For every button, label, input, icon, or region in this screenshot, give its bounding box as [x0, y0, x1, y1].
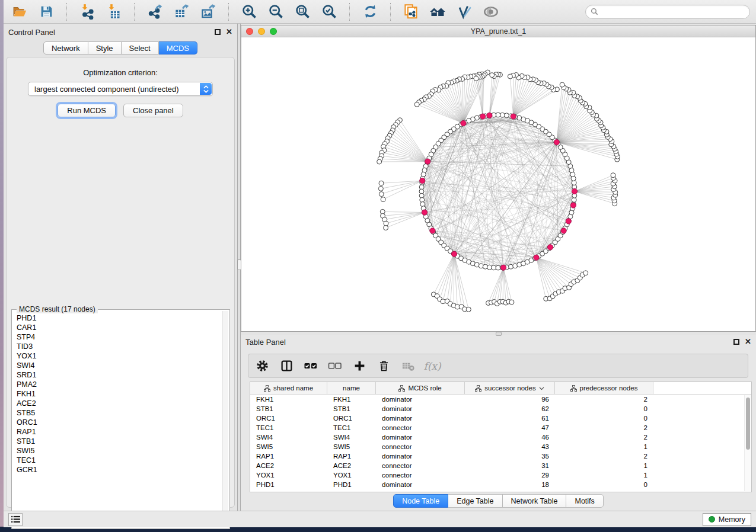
mcds-result-item[interactable]: SWI4	[17, 361, 222, 370]
zoom-out-icon[interactable]	[267, 3, 285, 21]
network-node[interactable]	[384, 221, 388, 226]
network-node[interactable]	[381, 197, 385, 202]
open-session-icon[interactable]	[11, 3, 28, 21]
cell-shared-name[interactable]: FKH1	[250, 396, 327, 403]
mcds-node[interactable]	[500, 265, 506, 270]
cell-shared-name[interactable]: RAP1	[250, 453, 327, 460]
table-scrollbar[interactable]	[744, 395, 751, 491]
mcds-result-item[interactable]: PMA2	[17, 380, 222, 389]
table-row[interactable]: ACE2ACE2connector311	[250, 461, 751, 470]
save-session-icon[interactable]	[37, 3, 55, 21]
cell-MCDS-role[interactable]: connector	[376, 472, 465, 479]
mcds-node[interactable]	[461, 120, 466, 126]
mcds-node[interactable]	[480, 114, 486, 119]
network-node[interactable]	[479, 264, 483, 268]
cell-shared-name[interactable]: SWI4	[250, 434, 327, 441]
export-image-icon[interactable]	[199, 3, 217, 21]
clone-network-icon[interactable]	[402, 3, 420, 21]
mcds-result-item[interactable]: PHD1	[17, 313, 222, 323]
tab-node-table[interactable]: Node Table	[393, 494, 448, 508]
cell-predecessor-nodes[interactable]: 2	[555, 434, 653, 441]
apply-layout-icon[interactable]	[361, 3, 379, 21]
table-row[interactable]: SWI4SWI4dominator462	[250, 432, 751, 442]
mcds-node[interactable]	[570, 203, 576, 208]
cell-predecessor-nodes[interactable]: 1	[555, 472, 653, 479]
tab-network-table[interactable]: Network Table	[503, 494, 567, 508]
float-panel-icon[interactable]	[215, 29, 221, 35]
network-canvas[interactable]	[241, 37, 755, 331]
cell-name[interactable]: ACE2	[327, 462, 376, 469]
mcds-node[interactable]	[425, 159, 430, 164]
table-row[interactable]: SWI5SWI5connector431	[250, 442, 751, 451]
cell-successor-nodes[interactable]: 18	[465, 481, 555, 488]
cell-predecessor-nodes[interactable]: 1	[555, 443, 653, 450]
network-node[interactable]	[490, 73, 495, 78]
network-node[interactable]	[379, 181, 384, 185]
mcds-result-item[interactable]: ORC1	[17, 418, 222, 427]
cell-successor-nodes[interactable]: 31	[465, 462, 555, 469]
network-node[interactable]	[378, 186, 383, 191]
show-all-networks-icon[interactable]	[429, 3, 446, 21]
show-hide-icon[interactable]	[482, 3, 500, 21]
network-node[interactable]	[509, 264, 513, 269]
column-header-successor-nodes[interactable]: successor nodes	[465, 382, 555, 394]
cell-name[interactable]: TEC1	[327, 424, 376, 431]
cell-name[interactable]: RAP1	[327, 453, 376, 460]
mcds-node[interactable]	[451, 251, 457, 257]
cell-MCDS-role[interactable]: dominator	[376, 481, 465, 488]
network-node[interactable]	[379, 192, 384, 197]
search-input[interactable]	[601, 8, 745, 16]
mcds-node[interactable]	[422, 210, 427, 215]
cell-MCDS-role[interactable]: connector	[376, 462, 465, 469]
network-node[interactable]	[474, 76, 479, 81]
cell-MCDS-role[interactable]: connector	[376, 443, 465, 450]
cell-shared-name[interactable]: SWI5	[250, 443, 327, 450]
close-panel-icon[interactable]: ✕	[226, 29, 232, 35]
tab-network[interactable]: Network	[43, 41, 88, 55]
mcds-node[interactable]	[430, 228, 435, 233]
cell-name[interactable]: SWI5	[327, 443, 376, 450]
cell-predecessor-nodes[interactable]: 0	[555, 415, 653, 422]
cell-MCDS-role[interactable]: dominator	[376, 434, 465, 441]
column-header-predecessor-nodes[interactable]: predecessor nodes	[555, 382, 653, 394]
network-node[interactable]	[571, 176, 576, 181]
cell-successor-nodes[interactable]: 43	[465, 443, 555, 450]
mcds-result-list[interactable]: PHD1CAR1STP4TID3YOX1SWI4SRD1PMA2FKH1ACE2…	[13, 311, 222, 527]
cell-successor-nodes[interactable]: 46	[465, 434, 555, 441]
mcds-result-item[interactable]: CAR1	[17, 323, 222, 332]
cell-successor-nodes[interactable]: 61	[465, 415, 555, 422]
network-window-titlebar[interactable]: YPA_prune.txt_1	[241, 25, 755, 37]
table-row[interactable]: TEC1TEC1connector472	[250, 423, 751, 432]
memory-button[interactable]: Memory	[703, 513, 751, 526]
network-node[interactable]	[611, 173, 615, 178]
optimization-criterion-dropdown[interactable]: largest connected component (undirected)	[28, 82, 213, 96]
delete-icon[interactable]	[377, 359, 391, 373]
network-node[interactable]	[421, 172, 426, 177]
export-table-icon[interactable]	[173, 3, 190, 21]
mcds-node[interactable]	[547, 245, 553, 250]
add-icon[interactable]	[352, 359, 366, 373]
tab-select[interactable]: Select	[122, 41, 159, 55]
cell-predecessor-nodes[interactable]: 2	[555, 424, 653, 431]
table-row[interactable]: PHD1PHD1dominator180	[250, 480, 751, 489]
mcds-node[interactable]	[566, 219, 571, 224]
network-node[interactable]	[583, 271, 588, 275]
cell-name[interactable]: YOX1	[327, 472, 376, 479]
network-node[interactable]	[509, 300, 514, 305]
network-node[interactable]	[414, 102, 419, 107]
cell-predecessor-nodes[interactable]: 0	[555, 481, 653, 488]
close-panel-button[interactable]: Close panel	[123, 104, 183, 117]
cell-shared-name[interactable]: PHD1	[250, 481, 327, 488]
cell-shared-name[interactable]: TEC1	[250, 424, 327, 431]
import-network-icon[interactable]	[78, 3, 96, 21]
network-node[interactable]	[466, 307, 471, 312]
mcds-result-item[interactable]: GCR1	[17, 465, 222, 475]
mcds-result-item[interactable]: STB1	[17, 437, 222, 446]
mcds-node[interactable]	[487, 113, 492, 118]
table-row[interactable]: FKH1FKH1dominator962	[250, 395, 751, 404]
search-field[interactable]	[585, 5, 750, 19]
table-row[interactable]: ORC1ORC1dominator610	[250, 414, 751, 423]
node-table-header[interactable]: shared namenameMCDS rolesuccessor nodesp…	[250, 382, 751, 395]
network-node[interactable]	[420, 202, 425, 207]
mcds-result-item[interactable]: TID3	[17, 342, 222, 351]
